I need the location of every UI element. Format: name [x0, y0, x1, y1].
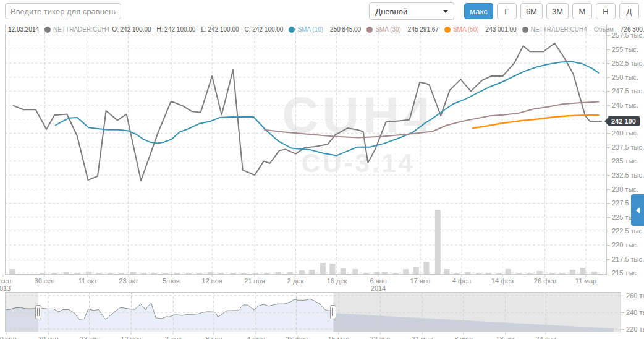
volume-bar — [309, 270, 315, 274]
volume-bar — [403, 269, 409, 274]
y-axis-tick — [607, 273, 610, 273]
series-marker-icon — [44, 27, 51, 33]
legend-item-sma-10-[interactable]: SMA (10)250 845.00 — [289, 26, 361, 33]
x-axis-label: 11 окт — [78, 277, 98, 285]
navigator-axis-tick — [621, 329, 624, 330]
navigator-date-tick — [90, 332, 90, 335]
x-axis-label: 7 сен — [0, 277, 11, 285]
navigator[interactable] — [5, 292, 621, 332]
navigator-date-tick — [256, 332, 256, 335]
series-marker-icon — [444, 27, 451, 33]
navigator-date-label: 30 сен — [38, 335, 59, 339]
y-axis-label: 220 тыс. — [612, 241, 638, 249]
volume-bar — [496, 273, 502, 274]
navigator-handle-left[interactable] — [35, 305, 41, 319]
x-axis-label: 2 дек — [287, 277, 304, 285]
volume-bar — [476, 273, 481, 274]
volume-bar — [363, 273, 369, 274]
x-axis-label: 12 ноя — [201, 277, 222, 285]
legend-ohlc-values: O: 242 100.00H: 242 100.00L: 242 100.00C… — [112, 26, 283, 33]
y-axis-tick — [607, 147, 610, 148]
navigator-date-tick — [339, 332, 339, 335]
navigator-date-tick — [380, 332, 381, 335]
range-button-макс[interactable]: макс — [464, 3, 493, 19]
volume-bar — [423, 262, 429, 274]
navigator-date-tick — [173, 332, 174, 335]
x-axis-label: 21 ноя — [244, 277, 265, 285]
legend-series-value: 250 845.00 — [330, 26, 361, 33]
x-axis-label: 5 ноя — [163, 277, 179, 285]
volume-bar — [329, 264, 335, 274]
y-axis-tick — [607, 161, 610, 161]
y-axis-label: 247.5 тыс. — [612, 87, 644, 95]
x-axis-label: 11 мар — [575, 277, 596, 285]
navigator-date-label: 24 сен — [536, 335, 556, 339]
navigator-date-label: 8 янв — [205, 335, 222, 339]
volume-bar — [374, 272, 379, 274]
volume-bar — [108, 273, 113, 274]
series-line-3 — [473, 115, 599, 128]
legend-item-sma-30-[interactable]: SMA (30)245 291.67 — [366, 26, 439, 33]
y-axis-tick — [607, 63, 610, 64]
volume-bar — [86, 272, 91, 274]
range-button-Д[interactable]: Д — [619, 3, 639, 19]
navigator-date-label: 21 мая — [412, 335, 433, 339]
range-button-6М[interactable]: 6М — [520, 3, 543, 19]
navigator-date-label: 4 фев — [247, 335, 265, 339]
panel-toggle-tab[interactable] — [631, 194, 644, 226]
y-axis-tick — [607, 259, 610, 260]
volume-bar — [435, 210, 441, 274]
legend-item-nettrader-cuh4[interactable]: NETTRADER:CUH4O: 242 100.00H: 242 100.00… — [44, 26, 283, 33]
navigator-date-label: 26 фев — [286, 335, 308, 339]
y-axis-label: 237.5 тыс. — [612, 144, 644, 151]
y-axis-tick — [607, 231, 610, 231]
volume-bar — [186, 273, 192, 274]
legend-item-sma-50-[interactable]: SMA (50)243 001.00 — [444, 26, 517, 33]
legend-series-name: SMA (10) — [297, 26, 323, 33]
x-axis-label: 17 янв — [410, 277, 430, 285]
range-button-М[interactable]: М — [572, 3, 592, 19]
navigator-date-label: 8 июл — [454, 335, 473, 339]
range-button-3М[interactable]: 3М — [546, 3, 569, 19]
last-price-badge: 242 100 — [608, 116, 640, 126]
toolbar: Дневной максГ6М3ММНД — [369, 2, 639, 20]
y-axis-tick — [607, 49, 610, 50]
navigator-date-label: 23 окт — [80, 335, 99, 339]
navigator-date-tick — [6, 332, 7, 335]
main-chart[interactable]: CUH4CU-3.14 — [5, 24, 607, 275]
y-axis-tick — [607, 35, 610, 36]
legend-series-name: NETTRADER:CUH4 – Объём — [531, 26, 614, 33]
y-axis-tick — [607, 203, 610, 204]
range-button-Г[interactable]: Г — [497, 3, 517, 19]
navigator-handle-right[interactable] — [330, 305, 336, 319]
interval-select-value: Дневной — [375, 7, 407, 16]
volume-bar — [413, 267, 419, 274]
legend-date: 12.03.2014 — [8, 26, 39, 33]
navigator-date-label: 18 авг — [496, 335, 515, 339]
volume-bar — [559, 273, 565, 274]
x-axis-year-label: 2013 — [0, 285, 11, 292]
volume-bar — [130, 272, 136, 274]
compare-ticker-input[interactable] — [5, 3, 121, 19]
navigator-date-tick — [422, 332, 423, 335]
volume-bar — [40, 273, 45, 274]
y-axis-label: 255 тыс. — [612, 46, 638, 53]
volume-bar — [287, 272, 293, 274]
navigator-canvas — [5, 292, 621, 332]
main-chart-canvas: CUH4CU-3.14 — [5, 24, 607, 275]
y-axis-tick — [607, 189, 610, 190]
y-axis-tick — [607, 175, 610, 176]
volume-bar — [141, 273, 146, 274]
watermark-contract: CU-3.14 — [302, 148, 415, 178]
volume-bar — [536, 271, 542, 274]
chart-application: Дневной максГ6М3ММНД CUH4CU-3.14 12.03.2… — [0, 0, 644, 339]
volume-bar — [9, 269, 15, 274]
y-axis-tick — [607, 217, 610, 218]
navigator-date-tick — [297, 332, 297, 335]
range-button-Н[interactable]: Н — [596, 3, 616, 19]
volume-bar — [454, 273, 459, 274]
volume-bar — [264, 273, 269, 274]
volume-bar — [444, 269, 449, 274]
navigator-date-label: 22 апр — [370, 335, 390, 339]
interval-select[interactable]: Дневной — [369, 2, 454, 20]
